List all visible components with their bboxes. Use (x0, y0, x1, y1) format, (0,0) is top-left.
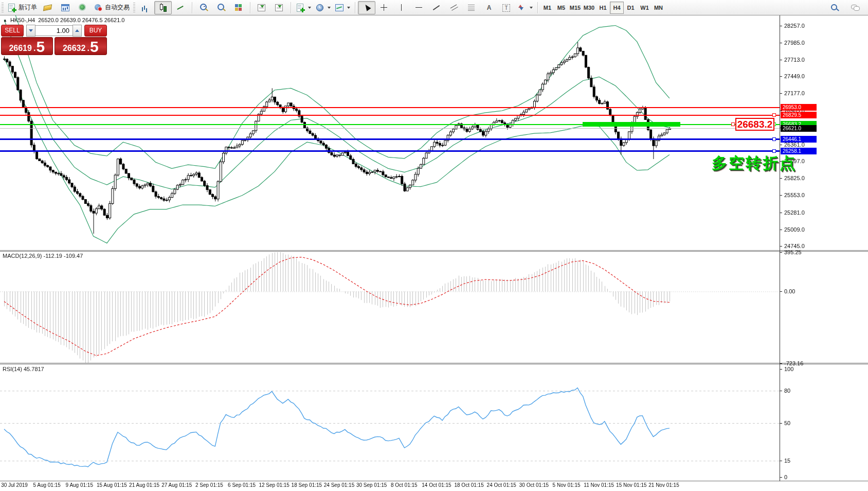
period-button[interactable] (313, 1, 333, 14)
cursor-tool-button[interactable] (358, 1, 375, 14)
line-endpoint-marker[interactable] (772, 149, 776, 153)
buy-button[interactable]: BUY (84, 25, 107, 37)
timeframe-w1-button[interactable]: W1 (638, 2, 652, 14)
zoom-out-button[interactable] (212, 1, 230, 14)
macd-values: -112.19 -109.47 (43, 253, 83, 259)
pane-separator[interactable] (0, 250, 868, 252)
macd-indicator-pane[interactable] (0, 252, 780, 363)
chat-button[interactable] (846, 1, 864, 14)
horizontal-line-object[interactable] (0, 128, 780, 129)
thick-line-segment[interactable] (583, 122, 680, 127)
market-watch-button[interactable] (57, 1, 74, 14)
axis-tick-mark (780, 26, 782, 26)
vertical-line-icon (397, 3, 406, 12)
eraser-button[interactable] (39, 1, 57, 14)
price-chart-pane[interactable] (0, 15, 780, 251)
timeframe-m1-button[interactable]: M1 (540, 2, 554, 14)
horizontal-line-tool-button[interactable] (410, 1, 428, 14)
axis-tick-label: 27449.0 (784, 73, 805, 79)
indicator-window-alt-icon (275, 3, 284, 12)
timeframe-m15-button[interactable]: M15 (568, 2, 582, 14)
horizontal-line-object[interactable] (0, 115, 780, 116)
tile-windows-button[interactable] (230, 1, 247, 14)
auto-trading-button[interactable]: 自动交易 (92, 1, 132, 14)
zoom-in-button[interactable] (195, 1, 212, 14)
search-button[interactable] (826, 1, 843, 14)
indicator-window-alt-button[interactable] (270, 1, 288, 14)
time-axis-label: 9 Aug 01:15 (66, 482, 93, 488)
time-axis-label: 5 Nov 01:15 (553, 482, 581, 488)
line-endpoint-marker[interactable] (772, 113, 776, 117)
axis-tick-label: 15 (784, 458, 790, 464)
buy-price-box[interactable]: 26632 . 5 (55, 37, 107, 55)
axis-tick-label: 100 (784, 366, 793, 372)
time-axis-label: 21 Nov 01:15 (648, 482, 679, 488)
expand-marker-icon[interactable]: ▲ (3, 18, 7, 23)
rsi-value: 45.7817 (24, 366, 44, 372)
add-indicator-button[interactable] (294, 1, 313, 14)
sell-price-box[interactable]: 26619 . 5 (1, 37, 53, 55)
chinese-annotation-text[interactable]: 多空转折点 (712, 153, 797, 174)
time-axis-label: 24 Oct 01:15 (487, 482, 516, 488)
line-endpoint-marker[interactable] (772, 137, 776, 141)
horizontal-line-object[interactable] (0, 138, 780, 140)
axis-tick-mark (780, 195, 782, 196)
timeframe-mn-button[interactable]: MN (652, 2, 665, 14)
mt4-terminal-window: 新订单 自动交易 (0, 0, 868, 491)
arrows-tool-button[interactable] (515, 1, 535, 14)
price-badge: 26953.0 (781, 104, 817, 111)
text-tool-button[interactable]: A (480, 1, 498, 14)
time-axis-label: 14 Oct 01:15 (422, 482, 451, 488)
chart-window-icon (61, 3, 70, 12)
volume-input[interactable] (35, 25, 73, 36)
volume-decrease-button[interactable] (26, 25, 35, 37)
callout-endpoint-marker[interactable] (731, 122, 735, 126)
timeframe-group: M1M5M15M30H1H4D1W1MN (540, 2, 665, 14)
time-axis[interactable]: 30 Jul 20195 Aug 01:159 Aug 01:1515 Aug … (0, 482, 868, 491)
fibonacci-icon (467, 3, 476, 12)
text-label-tool-button[interactable]: T (498, 1, 515, 14)
new-order-button[interactable]: 新订单 (5, 1, 39, 14)
timeframe-h1-button[interactable]: H1 (596, 2, 610, 14)
timeframe-m30-button[interactable]: M30 (582, 2, 596, 14)
pane-separator[interactable] (0, 363, 868, 364)
volume-increase-button[interactable] (73, 25, 82, 37)
timeframe-h4-button[interactable]: H4 (610, 2, 624, 14)
trendline-tool-button[interactable] (428, 1, 445, 14)
time-axis-label: 2 Sep 01:15 (195, 482, 223, 488)
chart-header: ▲ HK50-,H4 26520.0 26639.0 26476.5 26621… (3, 17, 124, 23)
time-axis-label: 5 Aug 01:15 (33, 482, 60, 488)
crosshair-tool-button[interactable] (375, 1, 393, 14)
line-chart-mode-button[interactable] (172, 1, 189, 14)
indicator-window-button[interactable] (253, 1, 270, 14)
fibonacci-tool-button[interactable] (463, 1, 480, 14)
timeframe-d1-button[interactable]: D1 (624, 2, 638, 14)
vertical-line-tool-button[interactable] (393, 1, 410, 14)
axis-tick-mark (780, 43, 782, 43)
sell-button[interactable]: SELL (1, 25, 24, 37)
template-button[interactable] (333, 1, 352, 14)
chat-icon (851, 3, 860, 12)
sell-price-dot: . (33, 43, 35, 54)
rsi-indicator-pane[interactable] (0, 365, 780, 481)
time-axis-label: 15 Aug 01:15 (97, 482, 127, 488)
axis-tick-mark (780, 391, 782, 391)
crosshair-icon (379, 3, 389, 12)
new-order-icon (7, 3, 16, 12)
bar-chart-mode-button[interactable] (137, 1, 154, 14)
axis-tick-mark (780, 461, 782, 461)
new-order-label: 新订单 (19, 3, 37, 12)
channel-tool-button[interactable] (445, 1, 463, 14)
price-badge: 26446.1 (781, 136, 817, 143)
auto-trading-icon (94, 3, 103, 12)
candlestick-mode-button[interactable] (154, 1, 172, 14)
horizontal-line-object[interactable] (0, 150, 780, 152)
timeframe-m5-button[interactable]: M5 (554, 2, 568, 14)
signals-button[interactable] (74, 1, 92, 14)
axis-tick-mark (780, 213, 782, 213)
horizontal-line-object[interactable] (0, 107, 780, 108)
time-axis-label: 30 Oct 01:15 (519, 482, 549, 488)
buy-price-dot: . (87, 43, 89, 54)
axis-tick-mark (780, 291, 782, 292)
price-level-callout[interactable]: 26683.2 (735, 118, 774, 131)
